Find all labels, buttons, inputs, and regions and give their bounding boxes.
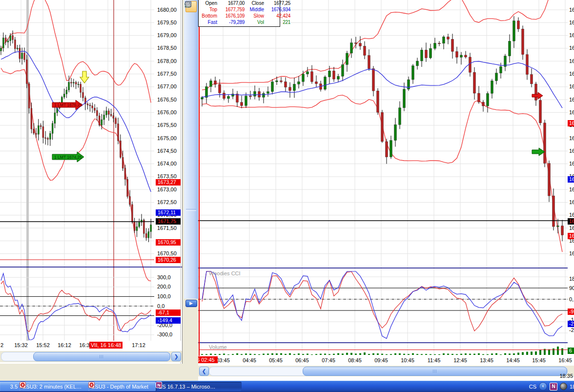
hatch-lines-tool-button[interactable] (185, 172, 197, 183)
vertical-line-tool-button[interactable] (185, 50, 197, 61)
drawing-toolbar: ▶ (184, 0, 199, 299)
left-session-badge: VII, 16 16:48 (89, 342, 123, 349)
right-price-axis-clipped: 1616161616161616161616161616161616161616… (568, 0, 574, 381)
language-indicator[interactable]: CS (529, 384, 536, 390)
price-grid-tool-button[interactable] (185, 111, 197, 122)
price-tick-label: 1674,00 (157, 161, 177, 167)
chart-status-time: 18:35 (551, 373, 573, 379)
scrollbar-thumb[interactable] (33, 352, 170, 361)
scrollbar-thumb[interactable] (303, 367, 567, 376)
select-region-tool-button[interactable] (185, 273, 197, 285)
price-tick-label: 1674,50 (157, 148, 177, 154)
taskbar-button-label: ESU3 - Depth of Market (91, 384, 148, 390)
toolbar-more-button[interactable]: ▶ (185, 300, 197, 307)
onenote-tray-icon[interactable]: N (550, 383, 557, 391)
time-tick-label: 09:45 (374, 357, 388, 363)
cci-panel-label: Woodies CCI (209, 270, 241, 276)
price-tick-label: 1670,50 (157, 250, 177, 257)
price-tick-label: 1675,50 (157, 122, 177, 128)
price-badge-clipped: 16 (568, 176, 574, 183)
image-stamp-tool-button[interactable] (185, 212, 197, 224)
time-tick-label: 15:32 (14, 342, 28, 348)
cci-badge-clipped: -9 (568, 309, 574, 315)
rectangle-tool-button[interactable] (185, 184, 197, 195)
price-tick-label: 1675,00 (157, 135, 177, 142)
price-tick-label-clipped: 16 (569, 199, 574, 206)
time-grid-tool-button[interactable] (185, 123, 197, 134)
time-tick-label: 15:45 (532, 357, 546, 363)
price-tick-label: 1679,00 (157, 32, 177, 39)
time-tick-label: 08:45 (348, 357, 362, 363)
cci-tick-label-clipped: 0, (569, 296, 574, 303)
price-tick-label-clipped: 16 (569, 212, 574, 218)
databox-row-top-middle: Top1677,759 Middle1676,934 (200, 6, 278, 13)
cci-tick-label: -300,0 (157, 331, 172, 338)
price-tick-label-clipped: 16 (569, 32, 574, 39)
angle-tool-tool-button[interactable] (185, 147, 197, 159)
taskbar-button-partial[interactable]: 3.5 (0, 382, 20, 391)
right-hscrollbar[interactable]: ❮ (198, 366, 574, 376)
time-tick-label: 2 (0, 342, 3, 348)
cci-badge-clipped: -2 (568, 321, 574, 327)
time-tick-label: 07:45 (322, 357, 335, 363)
time-tick-label: 10:45 (401, 357, 414, 363)
ellipse-tool-button[interactable] (185, 196, 197, 207)
gann-fan-tool-button[interactable] (185, 135, 197, 146)
cci-badge: -149,4 (156, 317, 181, 324)
left-hscrollbar[interactable]: ❯ (0, 351, 182, 362)
price-tick-label-clipped: 16 (569, 148, 574, 154)
arc-tool-button[interactable] (185, 99, 197, 110)
volume-panel-label: Volume (209, 344, 227, 350)
time-tick-label: 05:45 (269, 357, 283, 363)
right-time-axis: 03:4504:4505:4506:4507:4508:4509:4510:45… (198, 356, 568, 365)
taskbar-button-0[interactable]: ESU3: 2 minutes (KEL… (20, 382, 92, 391)
cci-tick-label-clipped: 18 (569, 276, 574, 282)
taskbar-button-2[interactable]: NES 16.7.13 – Microso… (156, 382, 242, 391)
cci-tick-label: 300,0 (157, 274, 171, 281)
svg-text:N: N (157, 383, 161, 388)
taskbar-button-1[interactable]: ESU3 - Depth of Market (88, 382, 156, 391)
left-time-axis: 215:3215:5216:1216:3217:12 VII, 16 16:48 (0, 341, 182, 351)
speaker-tray-icon[interactable] (560, 383, 567, 390)
scroll-right-button[interactable]: ❯ (171, 352, 181, 361)
delete-tool-button[interactable] (185, 237, 197, 248)
right-chart-plot (198, 0, 568, 381)
cci-tick-label: 0,0 (157, 303, 164, 309)
time-tick-label: 11:45 (428, 357, 441, 363)
taskbar-button-label: ES 16.7.13 – Microso… (159, 384, 215, 390)
text-note-tool-button[interactable] (185, 62, 197, 73)
price-tick-label-clipped: 16 (569, 20, 574, 26)
callout-tool-button[interactable] (185, 74, 197, 85)
copy-back-tool-button[interactable] (185, 261, 197, 272)
left-chart-plot: 1 LMT 1676,25 1 LMT 1674,25 (0, 0, 182, 364)
copy-front-tool-button[interactable] (185, 249, 197, 260)
ray-fan-tool-button[interactable] (185, 160, 197, 171)
toolbar-divider (186, 209, 196, 211)
chart-settings-tool-button[interactable] (185, 225, 197, 236)
arrow-marker-tool-button[interactable] (185, 86, 197, 98)
taskbar: 3.5 ESU3: 2 minutes (KEL…ESU3 - Depth of… (0, 381, 574, 392)
time-tick-label: 15:52 (36, 342, 50, 348)
quote-databox: High1677,25 Low1676,75 Open1677,00 Close… (198, 0, 280, 27)
left-chart-window: 1 LMT 1676,25 1 LMT 1674,25 1680,001679,… (0, 0, 183, 364)
parallel-lines-tool-button[interactable] (185, 25, 197, 37)
price-badge-clipped: 16 (568, 218, 574, 225)
price-tick-label-clipped: 16 (569, 58, 574, 64)
horizontal-line-tool-button[interactable] (185, 38, 197, 49)
price-tick-label: 1678,00 (157, 58, 177, 64)
trend-line-tool-button[interactable] (185, 13, 197, 24)
price-badge: 1670,95 (156, 239, 181, 246)
price-tick-label-clipped: 16 (569, 7, 574, 13)
price-badge: 1670,26 (156, 257, 181, 263)
price-tick-label: 1673,00 (157, 186, 177, 193)
right-chart-window: Woodies CCI Volume High1677,25 Low1676,7… (198, 0, 574, 381)
right-session-badge: 6 02:45 (198, 356, 218, 363)
lock-tool-button[interactable] (185, 286, 197, 297)
time-tick-label: 13:45 (480, 357, 493, 363)
price-tick-label-clipped: 16 (569, 109, 574, 116)
tray-chevron-icon[interactable]: ‹ (539, 382, 547, 391)
price-badge: 1671,75 (156, 218, 181, 225)
price-tick-label: 1676,00 (157, 109, 177, 116)
scroll-left-button[interactable]: ❮ (199, 367, 209, 376)
price-tick-label-clipped: 16 (569, 225, 574, 231)
